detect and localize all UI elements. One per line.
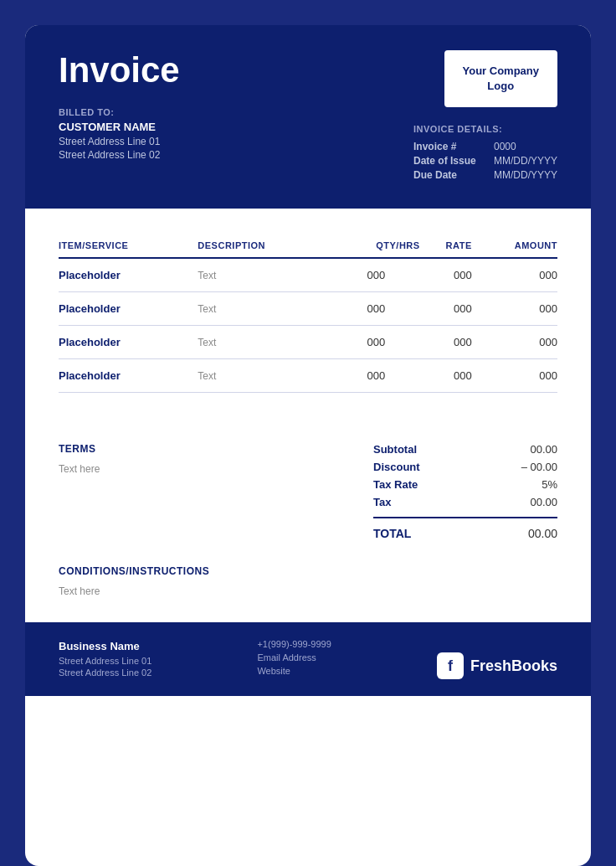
col-description: DESCRIPTION — [198, 234, 332, 258]
tax-label: Tax — [373, 496, 391, 508]
totals-divider — [373, 517, 557, 518]
subtotal-row: Subtotal 00.00 — [373, 443, 557, 456]
col-rate: RATE — [420, 234, 472, 258]
table-row: Placeholder Text 000 000 000 — [59, 326, 557, 359]
row-qty: 000 — [332, 292, 419, 326]
row-amount: 000 — [472, 326, 557, 359]
subtotal-label: Subtotal — [373, 443, 417, 456]
invoice-title: Invoice — [59, 50, 180, 90]
row-qty: 000 — [332, 359, 419, 393]
due-date-label: Due Date — [413, 169, 480, 181]
date-of-issue-value: MM/DD/YYYY — [494, 155, 557, 167]
footer-email: Email Address — [257, 652, 331, 662]
row-item: Placeholder — [59, 326, 198, 359]
row-description: Text — [198, 359, 332, 393]
total-final-row: TOTAL 00.00 — [373, 527, 557, 540]
conditions-label: CONDITIONS/INSTRUCTIONS — [59, 565, 557, 577]
invoice-table: ITEM/SERVICE DESCRIPTION QTY/HRS RATE AM… — [59, 234, 557, 393]
tax-rate-label: Tax Rate — [373, 478, 418, 491]
row-rate: 000 — [420, 359, 472, 393]
row-amount: 000 — [472, 359, 557, 393]
invoice-number-value: 0000 — [494, 141, 516, 152]
row-description: Text — [198, 258, 332, 292]
invoice-details-section: INVOICE DETAILS: Invoice # 0000 Date of … — [413, 124, 557, 183]
invoice-header: Invoice BILLED TO: CUSTOMER NAME Street … — [25, 25, 591, 209]
discount-value: – 00.00 — [507, 461, 557, 473]
business-name: Business Name — [59, 640, 151, 652]
total-value: 00.00 — [528, 527, 557, 540]
table-row: Placeholder Text 000 000 000 — [59, 258, 557, 292]
row-item: Placeholder — [59, 359, 198, 393]
billed-to-label: BILLED TO: — [59, 107, 180, 117]
invoice-footer: Business Name Street Address Line 01 Str… — [25, 622, 591, 696]
discount-row: Discount – 00.00 — [373, 461, 557, 473]
invoice-number-row: Invoice # 0000 — [413, 141, 557, 152]
footer-center: +1(999)-999-9999 Email Address Website — [257, 639, 331, 679]
row-item: Placeholder — [59, 258, 198, 292]
footer-website: Website — [257, 666, 331, 676]
footer-phone: +1(999)-999-9999 — [257, 639, 331, 649]
total-label: TOTAL — [373, 527, 411, 540]
conditions-section: CONDITIONS/INSTRUCTIONS Text here — [25, 565, 591, 622]
invoice-body: ITEM/SERVICE DESCRIPTION QTY/HRS RATE AM… — [25, 209, 591, 443]
row-rate: 000 — [420, 326, 472, 359]
row-rate: 000 — [420, 292, 472, 326]
row-description: Text — [198, 292, 332, 326]
header-left: Invoice BILLED TO: CUSTOMER NAME Street … — [59, 50, 180, 162]
table-row: Placeholder Text 000 000 000 — [59, 359, 557, 393]
col-item-service: ITEM/SERVICE — [59, 234, 198, 258]
footer-address-line2: Street Address Line 02 — [59, 668, 151, 678]
row-item: Placeholder — [59, 292, 198, 326]
conditions-text: Text here — [59, 585, 557, 597]
terms-label: TERMS — [59, 443, 373, 455]
customer-name: CUSTOMER NAME — [59, 121, 180, 133]
tax-rate-value: 5% — [507, 478, 557, 491]
invoice-number-label: Invoice # — [413, 141, 480, 152]
invoice-bottom: TERMS Text here Subtotal 00.00 Discount … — [25, 443, 591, 565]
header-right: Your Company Logo INVOICE DETAILS: Invoi… — [413, 50, 557, 183]
col-amount: AMOUNT — [472, 234, 557, 258]
freshbooks-brand-name: FreshBooks — [470, 657, 557, 675]
billed-section: BILLED TO: CUSTOMER NAME Street Address … — [59, 107, 180, 161]
freshbooks-icon: f — [437, 652, 464, 679]
footer-address-line1: Street Address Line 01 — [59, 656, 151, 666]
table-row: Placeholder Text 000 000 000 — [59, 292, 557, 326]
freshbooks-logo: f FreshBooks — [437, 652, 557, 679]
row-description: Text — [198, 326, 332, 359]
due-date-value: MM/DD/YYYY — [494, 169, 557, 181]
company-logo: Your Company Logo — [444, 50, 558, 107]
address-line-1: Street Address Line 01 — [59, 136, 180, 147]
discount-label: Discount — [373, 461, 420, 473]
tax-row: Tax 00.00 — [373, 496, 557, 508]
terms-section: TERMS Text here — [59, 443, 373, 475]
row-qty: 000 — [332, 258, 419, 292]
invoice-details-label: INVOICE DETAILS: — [413, 124, 557, 134]
footer-left: Business Name Street Address Line 01 Str… — [59, 640, 151, 679]
subtotal-value: 00.00 — [507, 443, 557, 456]
col-qty: QTY/HRS — [332, 234, 419, 258]
due-date-row: Due Date MM/DD/YYYY — [413, 169, 557, 181]
address-line-2: Street Address Line 02 — [59, 149, 180, 161]
terms-text: Text here — [59, 463, 373, 475]
row-qty: 000 — [332, 326, 419, 359]
totals-section: Subtotal 00.00 Discount – 00.00 Tax Rate… — [373, 443, 557, 540]
row-rate: 000 — [420, 258, 472, 292]
tax-value: 00.00 — [507, 496, 557, 508]
tax-rate-row: Tax Rate 5% — [373, 478, 557, 491]
date-of-issue-label: Date of Issue — [413, 155, 480, 167]
table-header-row: ITEM/SERVICE DESCRIPTION QTY/HRS RATE AM… — [59, 234, 557, 258]
date-of-issue-row: Date of Issue MM/DD/YYYY — [413, 155, 557, 167]
row-amount: 000 — [472, 258, 557, 292]
invoice-card: Invoice BILLED TO: CUSTOMER NAME Street … — [25, 25, 591, 866]
row-amount: 000 — [472, 292, 557, 326]
